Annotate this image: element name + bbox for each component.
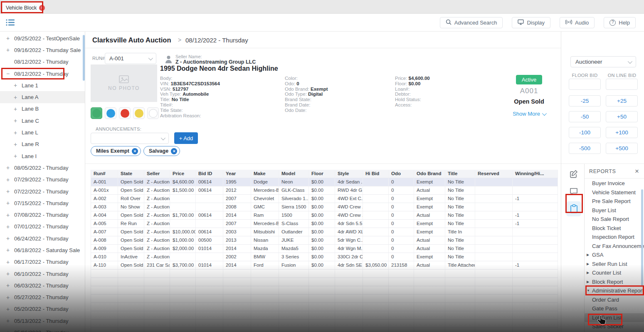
- column-header[interactable]: Odo Brand: [414, 170, 445, 178]
- table-empty-row[interactable]: [91, 295, 558, 303]
- triangle-right-icon[interactable]: ▶: [587, 268, 589, 277]
- table-row[interactable]: A-005Re RunZ - Auctions...2007Mercedes-B…: [91, 220, 558, 228]
- expand-icon[interactable]: +: [12, 129, 18, 136]
- expand-icon[interactable]: +: [5, 212, 11, 218]
- sidebar-item[interactable]: −08/12/2022 - Thursday: [0, 68, 85, 79]
- show-more-link[interactable]: Show More: [513, 111, 545, 117]
- table-empty-row[interactable]: [91, 286, 558, 295]
- add-announcement-button[interactable]: + Add: [174, 132, 198, 144]
- table-empty-row[interactable]: [91, 328, 558, 332]
- table-row[interactable]: A-110Open Sold231 Car Sal...$3,700.00010…: [91, 261, 558, 270]
- report-item[interactable]: No Sale Report: [585, 215, 644, 224]
- tab-vehicle-block[interactable]: Vehicle Block ×: [2, 2, 43, 14]
- expand-icon[interactable]: +: [5, 176, 11, 183]
- expand-icon[interactable]: +: [5, 47, 11, 53]
- table-empty-row[interactable]: [91, 303, 558, 311]
- column-header[interactable]: Winning/Hi...: [513, 170, 558, 178]
- advanced-search-button[interactable]: Advanced Search: [440, 17, 503, 28]
- column-header[interactable]: Bid ID: [196, 170, 223, 178]
- bid-button-plus500[interactable]: +500: [606, 143, 638, 154]
- expand-icon[interactable]: +: [12, 117, 18, 124]
- bid-button-plus50[interactable]: +50: [606, 111, 638, 122]
- column-header[interactable]: Odo: [389, 170, 414, 178]
- column-header[interactable]: Model: [279, 170, 309, 178]
- sidebar-item[interactable]: +06/03/2022 - Thursday: [0, 280, 85, 291]
- sidebar-item[interactable]: +07/15/2022 - Thursday: [0, 197, 85, 209]
- column-header[interactable]: Run#: [91, 170, 118, 178]
- collapse-icon[interactable]: −: [5, 70, 11, 77]
- expand-icon[interactable]: +: [5, 270, 11, 277]
- table-row[interactable]: A-010InActiveZ - Auctions...2002BMW3 Ser…: [91, 253, 558, 261]
- sidebar-item[interactable]: +07/29/2022 - Thursday: [0, 174, 85, 186]
- column-header[interactable]: Price: [170, 170, 196, 178]
- help-button[interactable]: ? Help: [604, 17, 636, 28]
- column-header[interactable]: Floor: [309, 170, 335, 178]
- triangle-right-icon[interactable]: ▶: [587, 260, 589, 269]
- table-row[interactable]: A-001xOpen SoldZ - Auctions...$1,500.000…: [91, 186, 558, 195]
- online-bid-input[interactable]: [606, 79, 638, 90]
- report-item[interactable]: Lot Turn List: [585, 313, 644, 322]
- tag-remove-icon[interactable]: ×: [132, 148, 138, 154]
- reports-close-icon[interactable]: ×: [635, 167, 639, 176]
- audio-button[interactable]: Audio: [560, 17, 595, 28]
- table-row[interactable]: A-004Open SoldZ - Auctions...$1,700.0000…: [91, 211, 558, 220]
- sidebar-item[interactable]: 08/12/2022 - Thursday: [0, 56, 85, 68]
- bid-button-minus100[interactable]: -100: [569, 127, 601, 138]
- column-header[interactable]: Seller: [144, 170, 170, 178]
- table-empty-row[interactable]: [91, 278, 558, 286]
- sidebar-item[interactable]: +07/22/2022 - Thursday: [0, 186, 85, 197]
- triangle-right-icon[interactable]: ▶: [587, 250, 589, 260]
- report-item[interactable]: ▶Seller Run List: [585, 260, 644, 269]
- bid-button-plus100[interactable]: +100: [606, 127, 638, 138]
- table-empty-row[interactable]: [91, 311, 558, 320]
- expand-icon[interactable]: +: [5, 235, 11, 242]
- sidebar-item[interactable]: +Lane R: [0, 139, 85, 150]
- column-header[interactable]: Reserved: [475, 170, 513, 178]
- expand-icon[interactable]: +: [5, 294, 11, 301]
- report-item[interactable]: Gate Pass: [585, 304, 644, 313]
- sidebar-item[interactable]: +Lane C: [0, 115, 85, 126]
- report-item[interactable]: Inspection Report: [585, 233, 644, 242]
- sidebar-item[interactable]: +Lane 1: [0, 79, 85, 91]
- column-header[interactable]: State: [118, 170, 144, 178]
- expand-icon[interactable]: +: [5, 223, 11, 230]
- report-item[interactable]: Order Card: [585, 295, 644, 305]
- expand-icon[interactable]: +: [5, 200, 11, 206]
- expand-icon[interactable]: +: [5, 247, 11, 253]
- sidebar-item[interactable]: +06/17/2022 - Thursday: [0, 256, 85, 268]
- tab-close-icon[interactable]: ×: [39, 5, 45, 11]
- table-row[interactable]: A-007Open SoldZ - Auctions...$10,000.000…: [91, 228, 558, 236]
- announcements-select[interactable]: [91, 133, 169, 144]
- report-item[interactable]: Sales Sticker: [585, 322, 644, 331]
- condition-light-green[interactable]: [91, 107, 102, 119]
- expand-icon[interactable]: +: [5, 317, 11, 324]
- auctioneer-select[interactable]: Auctioneer: [570, 56, 636, 67]
- sidebar-item[interactable]: +06/10/2022 - Thursday: [0, 268, 85, 280]
- sidebar-scrollbar[interactable]: [83, 35, 85, 81]
- expand-icon[interactable]: +: [5, 164, 11, 171]
- condition-light-blue[interactable]: [105, 107, 116, 119]
- table-row[interactable]: A-001Open SoldZ - Auctions...$4,600.0000…: [91, 178, 558, 186]
- table-row[interactable]: A-008Open SoldZ - Auctions...$1,000.0000…: [91, 236, 558, 245]
- report-item[interactable]: Vehicle Statement: [585, 188, 644, 197]
- reports-clipboard-icon[interactable]: [566, 201, 581, 216]
- expand-icon[interactable]: +: [5, 188, 11, 195]
- triangle-down-icon[interactable]: ▼: [587, 286, 590, 295]
- expand-icon[interactable]: +: [12, 106, 18, 112]
- column-header[interactable]: Style: [335, 170, 363, 178]
- report-item[interactable]: ▶Counter List: [585, 268, 644, 277]
- sidebar-item[interactable]: +07/08/2022 - Thursday: [0, 209, 85, 221]
- sidebar-item[interactable]: +08/05/2022 - Thursday: [0, 162, 85, 173]
- table-row[interactable]: A-003No ShowZ - Auctions...2008GMCSierra…: [91, 203, 558, 211]
- bid-button-minus50[interactable]: -50: [569, 111, 601, 122]
- floor-bid-input[interactable]: [569, 79, 601, 90]
- comment-icon[interactable]: [566, 184, 581, 199]
- column-header[interactable]: Make: [251, 170, 279, 178]
- condition-light-white[interactable]: [147, 107, 159, 119]
- triangle-right-icon[interactable]: ▶: [587, 277, 589, 287]
- report-item[interactable]: Block Ticket: [585, 224, 644, 233]
- sidebar-item[interactable]: +09/25/2022 - TestOpenSale: [0, 32, 85, 44]
- report-item[interactable]: Car Fax Announcement: [585, 242, 644, 251]
- sidebar-item[interactable]: +07/01/2022 - Thursday: [0, 221, 85, 233]
- report-item[interactable]: ▶Block Report: [585, 277, 644, 287]
